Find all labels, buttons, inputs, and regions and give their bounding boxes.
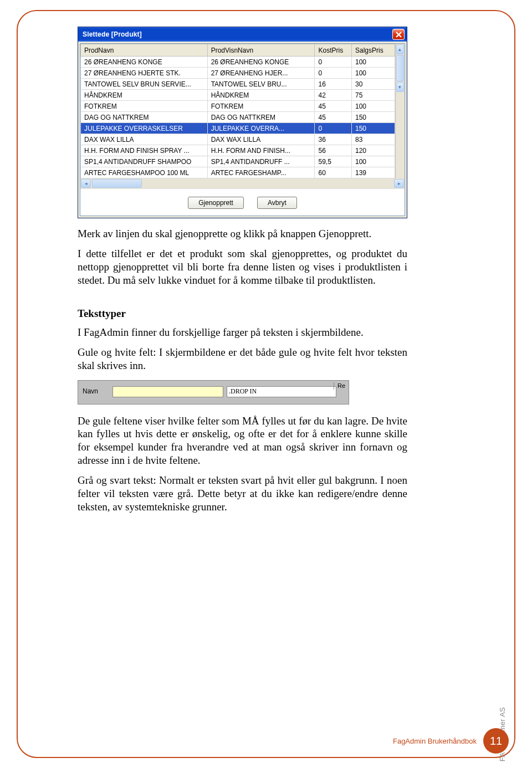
cell: JULEPAKKE OVERRA... xyxy=(207,123,315,134)
products-table: ProdNavnProdVisnNavnKostPrisSalgsPris 26… xyxy=(80,44,395,178)
cell: 0 xyxy=(315,57,351,68)
cell: 56 xyxy=(315,145,351,156)
table-row[interactable]: HÅNDKREMHÅNDKREM4275 xyxy=(81,90,395,101)
cell: 60 xyxy=(315,167,351,178)
close-button[interactable] xyxy=(392,29,405,40)
cell: DAG OG NATTKREM xyxy=(81,112,208,123)
cell: 100 xyxy=(351,156,395,167)
page-number: 11 xyxy=(490,735,502,747)
table-row[interactable]: ARTEC FARGESHAMPOO 100 MLARTEC FARGESHAM… xyxy=(81,167,395,178)
corner-label: Re xyxy=(334,382,345,390)
paragraph: I FagAdmin finner du forskjellige farger… xyxy=(78,326,407,339)
cell: 100 xyxy=(351,68,395,79)
paragraph: De gule feltene viser hvilke felter som … xyxy=(78,414,407,468)
cell: JULEPAKKE OVERRASKELSER xyxy=(81,123,208,134)
restore-button[interactable]: Gjenopprett xyxy=(188,197,244,209)
section-heading: Teksttyper xyxy=(78,307,407,320)
cell: 27 ØREANHENG HJER... xyxy=(207,68,315,79)
cell: H.H. FORM AND FINISH SPRAY ... xyxy=(81,145,208,156)
cell: 36 xyxy=(315,134,351,145)
column-header[interactable]: ProdNavn xyxy=(81,44,208,57)
cell: DAX WAX LILLA xyxy=(81,134,208,145)
cell: 150 xyxy=(351,123,395,134)
page-number-badge: 11 xyxy=(483,728,509,754)
cell: 30 xyxy=(351,79,395,90)
table-row[interactable]: H.H. FORM AND FINISH SPRAY ...H.H. FORM … xyxy=(81,145,395,156)
column-header[interactable]: ProdVisnNavn xyxy=(207,44,315,57)
cell: ARTEC FARGESHAMP... xyxy=(207,167,315,178)
cell: 100 xyxy=(351,57,395,68)
paragraph: Merk av linjen du skal gjenopprette og k… xyxy=(78,227,407,240)
cell: SP1,4 ANTIDANDRUFF ... xyxy=(207,156,315,167)
cell: 75 xyxy=(351,90,395,101)
dropin-input-white[interactable]: .DROP IN xyxy=(227,386,336,397)
hscroll-thumb[interactable] xyxy=(92,179,142,188)
window-title: Slettede [Produkt] xyxy=(83,30,392,38)
cell: HÅNDKREM xyxy=(207,90,315,101)
dropin-value: .DROP IN xyxy=(229,387,257,396)
deleted-products-window: Slettede [Produkt] ProdNavnProdVisnNavnK… xyxy=(78,27,407,218)
cell: ARTEC FARGESHAMPOO 100 ML xyxy=(81,167,208,178)
footer-book-title: FagAdmin Brukerhåndbok xyxy=(393,737,477,745)
cell: 150 xyxy=(351,112,395,123)
cell: 16 xyxy=(315,79,351,90)
table-row[interactable]: DAX WAX LILLADAX WAX LILLA3683 xyxy=(81,134,395,145)
table-row[interactable]: 27 ØREANHENG HJERTE STK.27 ØREANHENG HJE… xyxy=(81,68,395,79)
cancel-button[interactable]: Avbryt xyxy=(257,197,297,209)
table-row[interactable]: SP1,4 ANTIDANDRUFF SHAMPOOSP1,4 ANTIDAND… xyxy=(81,156,395,167)
paragraph: Gule og hvite felt: I skjermbildene er d… xyxy=(78,346,407,372)
navn-label: Navn xyxy=(83,387,109,396)
cell: HÅNDKREM xyxy=(81,90,208,101)
footer: FagAdmin Brukerhåndbok 11 xyxy=(393,728,509,754)
cell: 45 xyxy=(315,112,351,123)
scroll-right-icon[interactable]: ▸ xyxy=(394,179,404,188)
table-row[interactable]: JULEPAKKE OVERRASKELSERJULEPAKKE OVERRA.… xyxy=(81,123,395,134)
column-header[interactable]: KostPris xyxy=(315,44,351,57)
cell: TANTOWEL SELV BRUN SERVIE... xyxy=(81,79,208,90)
scroll-up-icon[interactable]: ▴ xyxy=(396,44,404,54)
cell: DAG OG NATTKREM xyxy=(207,112,315,123)
cell: DAX WAX LILLA xyxy=(207,134,315,145)
cell: 100 xyxy=(351,101,395,112)
button-bar: Gjenopprett Avbryt xyxy=(80,188,405,216)
content-area: Slettede [Produkt] ProdNavnProdVisnNavnK… xyxy=(78,27,407,520)
cell: TANTOWEL SELV BRU... xyxy=(207,79,315,90)
cell: FOTKREM xyxy=(81,101,208,112)
horizontal-scrollbar[interactable]: ◂ ▸ xyxy=(80,178,405,188)
cell: 45 xyxy=(315,101,351,112)
navn-field-screenshot: Re Navn .DROP IN xyxy=(78,380,349,405)
cell: 83 xyxy=(351,134,395,145)
cell: SP1,4 ANTIDANDRUFF SHAMPOO xyxy=(81,156,208,167)
cell: 26 ØREANHENG KONGE xyxy=(81,57,208,68)
cell: 27 ØREANHENG HJERTE STK. xyxy=(81,68,208,79)
close-icon xyxy=(396,32,402,38)
scroll-down-icon[interactable]: ▾ xyxy=(396,82,404,92)
vertical-scrollbar[interactable]: ▴ ▾ xyxy=(395,44,405,178)
paragraph: Grå og svart tekst: Normalt er teksten s… xyxy=(78,474,407,514)
cell: FOTKREM xyxy=(207,101,315,112)
body-text: Merk av linjen du skal gjenopprette og k… xyxy=(78,227,407,514)
cell: H.H. FORM AND FINISH... xyxy=(207,145,315,156)
cell: 26 ØREANHENG KONGE xyxy=(207,57,315,68)
cell: 0 xyxy=(315,68,351,79)
table-row[interactable]: TANTOWEL SELV BRUN SERVIE...TANTOWEL SEL… xyxy=(81,79,395,90)
table-row[interactable]: FOTKREMFOTKREM45100 xyxy=(81,101,395,112)
window-body: ProdNavnProdVisnNavnKostPrisSalgsPris 26… xyxy=(80,43,405,216)
paragraph: I dette tilfellet er det et produkt som … xyxy=(78,247,407,287)
column-header[interactable]: SalgsPris xyxy=(351,44,395,57)
cell: 59,5 xyxy=(315,156,351,167)
titlebar: Slettede [Produkt] xyxy=(78,27,407,42)
cell: 139 xyxy=(351,167,395,178)
navn-input-yellow[interactable] xyxy=(112,386,223,397)
cell: 120 xyxy=(351,145,395,156)
scroll-thumb[interactable] xyxy=(396,55,404,81)
scroll-left-icon[interactable]: ◂ xyxy=(81,179,91,188)
table-row[interactable]: DAG OG NATTKREMDAG OG NATTKREM45150 xyxy=(81,112,395,123)
cell: 0 xyxy=(315,123,351,134)
cell: 42 xyxy=(315,90,351,101)
table-row[interactable]: 26 ØREANHENG KONGE26 ØREANHENG KONGE0100 xyxy=(81,57,395,68)
